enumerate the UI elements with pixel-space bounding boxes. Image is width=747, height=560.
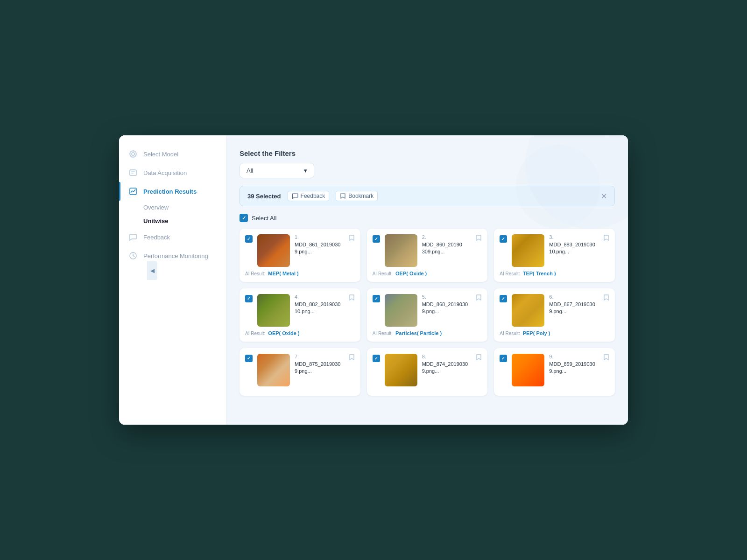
select-all-row: Select All (240, 214, 615, 222)
ai-result-value: PEP( Poly ) (523, 330, 550, 336)
card-number: 6. (549, 294, 609, 300)
card-filename: MDD_861_2019030 9.png... (295, 241, 355, 256)
image-card: 3. MDD_883_2019030 10.png... AI Result: … (494, 229, 615, 282)
prediction-results-icon (128, 187, 138, 196)
selection-bar: 39 Selected Feedback Bookmark ✕ (240, 186, 615, 206)
card-bookmark-icon[interactable] (476, 354, 482, 362)
ai-result-value: MEP( Metal ) (268, 271, 298, 276)
card-result: AI Result: OEP( Oxide ) (245, 330, 355, 336)
svg-point-1 (132, 153, 134, 155)
ai-result-value: OEP( Oxide ) (395, 271, 427, 276)
ai-result-value: TEP( Trench ) (523, 271, 556, 276)
filter-section: Select the Filters All ▾ (240, 149, 615, 178)
card-info: 1. MDD_861_2019030 9.png... (295, 234, 355, 256)
card-image (512, 294, 544, 327)
ai-result-value: Particles( Particle ) (395, 330, 442, 336)
card-filename: MDD_859_2019030 9.png... (549, 361, 609, 375)
card-result: AI Result: TEP( Trench ) (500, 271, 609, 276)
feedback-action-button[interactable]: Feedback (288, 191, 330, 201)
card-image (512, 234, 544, 267)
bookmark-action-icon (340, 193, 346, 199)
image-card: 5. MDD_868_2019030 9.png... AI Result: P… (367, 288, 488, 342)
card-filename: MDD_882_2019030 10.png... (295, 301, 355, 315)
card-checkbox[interactable] (373, 235, 380, 243)
selection-count: 39 Selected (247, 193, 281, 200)
select-all-checkbox[interactable] (240, 214, 248, 222)
sidebar-item-prediction-results[interactable]: Prediction Results (119, 182, 226, 201)
ai-result-label: AI Result: (245, 271, 265, 276)
card-header: 1. MDD_861_2019030 9.png... (245, 234, 355, 267)
card-info: 6. MDD_867_2019030 9.png... (549, 294, 609, 315)
data-acquisition-icon (128, 168, 138, 177)
card-filename: MDD_867_2019030 9.png... (549, 301, 609, 315)
image-card: 8. MDD_874_2019030 9.png... (367, 348, 488, 396)
filter-dropdown-value: All (247, 167, 253, 174)
card-result: AI Result: OEP( Oxide ) (373, 271, 482, 276)
feedback-icon (128, 232, 138, 242)
feedback-action-label: Feedback (301, 193, 325, 199)
card-image (385, 354, 417, 386)
card-info: 3. MDD_883_2019030 10.png... (549, 234, 609, 256)
card-checkbox[interactable] (500, 235, 507, 243)
image-grid: 1. MDD_861_2019030 9.png... AI Result: M… (240, 229, 615, 396)
sidebar-item-data-acquisition[interactable]: Data Acquisition (119, 163, 226, 182)
card-bookmark-icon[interactable] (349, 294, 355, 302)
sidebar-item-label: Prediction Results (143, 188, 197, 195)
ai-result-label: AI Result: (373, 271, 393, 276)
card-checkbox[interactable] (245, 235, 253, 243)
ai-result-label: AI Result: (500, 271, 520, 276)
card-info: 8. MDD_874_2019030 9.png... (422, 354, 482, 375)
filter-title: Select the Filters (240, 149, 615, 157)
image-card: 9. MDD_859_2019030 9.png... (494, 348, 615, 396)
sidebar-sub-unitwise[interactable]: Unitwise (119, 214, 226, 228)
card-image (385, 294, 417, 327)
sidebar-item-select-model[interactable]: Select Model (119, 145, 226, 163)
card-number: 9. (549, 354, 609, 359)
card-header: 6. MDD_867_2019030 9.png... (500, 294, 609, 327)
app-window: Select Model Data Acquisition Predic (119, 135, 628, 425)
card-header: 5. MDD_868_2019030 9.png... (373, 294, 482, 327)
card-bookmark-icon[interactable] (603, 354, 609, 362)
sidebar-sub-overview[interactable]: Overview (119, 201, 226, 214)
card-image (385, 234, 417, 267)
card-image (512, 354, 544, 386)
card-image (257, 234, 290, 267)
card-bookmark-icon[interactable] (603, 294, 609, 302)
sub-item-label: Unitwise (143, 217, 168, 224)
card-bookmark-icon[interactable] (603, 234, 609, 243)
image-card: 6. MDD_867_2019030 9.png... AI Result: P… (494, 288, 615, 342)
chevron-down-icon: ▾ (304, 167, 307, 174)
card-bookmark-icon[interactable] (349, 354, 355, 362)
bookmark-action-button[interactable]: Bookmark (336, 191, 378, 201)
card-checkbox[interactable] (373, 295, 380, 302)
card-info: 5. MDD_868_2019030 9.png... (422, 294, 482, 315)
card-result: AI Result: Particles( Particle ) (373, 330, 482, 336)
card-checkbox[interactable] (245, 355, 253, 362)
card-bookmark-icon[interactable] (476, 234, 482, 243)
sidebar-item-performance-monitoring[interactable]: Performance Monitoring (119, 246, 226, 265)
card-checkbox[interactable] (500, 295, 507, 302)
card-checkbox[interactable] (373, 355, 380, 362)
card-checkbox[interactable] (500, 355, 507, 362)
card-header: 3. MDD_883_2019030 10.png... (500, 234, 609, 267)
card-filename: MDD_875_2019030 9.png... (295, 361, 355, 375)
sidebar-item-feedback[interactable]: Feedback (119, 228, 226, 246)
sub-item-label: Overview (143, 204, 169, 211)
card-number: 1. (295, 234, 355, 240)
card-filename: MDD_860_20190 309.png... (422, 241, 482, 256)
card-info: 2. MDD_860_20190 309.png... (422, 234, 482, 256)
filter-dropdown[interactable]: All ▾ (240, 163, 314, 178)
card-bookmark-icon[interactable] (476, 294, 482, 302)
card-header: 4. MDD_882_2019030 10.png... (245, 294, 355, 327)
card-image (257, 294, 290, 327)
card-checkbox[interactable] (245, 295, 253, 302)
card-info: 4. MDD_882_2019030 10.png... (295, 294, 355, 315)
card-number: 2. (422, 234, 482, 240)
card-filename: MDD_883_2019030 10.png... (549, 241, 609, 256)
card-header: 7. MDD_875_2019030 9.png... (245, 354, 355, 386)
feedback-action-icon (292, 193, 298, 199)
card-bookmark-icon[interactable] (349, 234, 355, 243)
sidebar-item-label: Select Model (143, 151, 178, 158)
selection-close-button[interactable]: ✕ (601, 192, 607, 201)
card-header: 9. MDD_859_2019030 9.png... (500, 354, 609, 386)
